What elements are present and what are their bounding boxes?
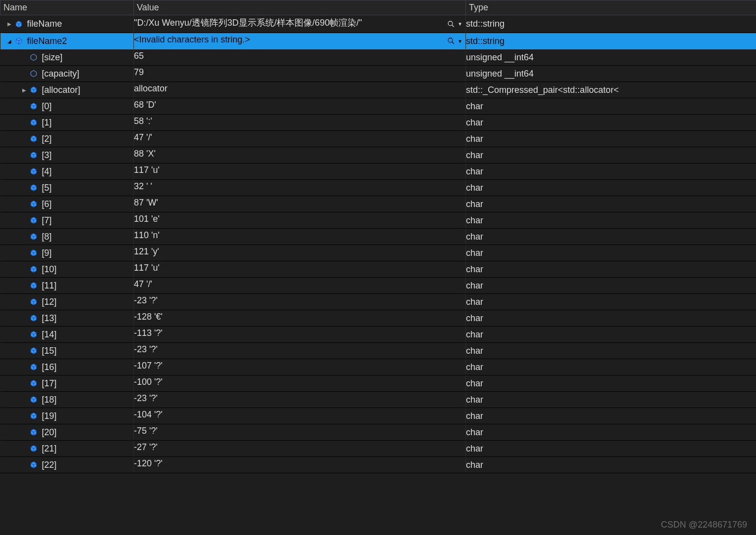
header-name[interactable]: Name [0,0,134,15]
name-cell[interactable]: ▶ [22] [0,457,134,473]
name-cell[interactable]: ▶ [allocator] [0,82,134,98]
value-cell[interactable]: 32 ' ' [134,180,466,196]
table-row[interactable]: ▶ [12]-23 '?'char [0,294,756,310]
name-cell[interactable]: ▶ [4] [0,164,134,180]
value-cell[interactable]: 68 'D' [134,98,466,115]
value-cell[interactable]: 110 'n' [134,229,466,245]
value-cell[interactable]: 65 [134,49,466,66]
table-row[interactable]: ▶ fileName"D:/Xu Wenyu/透镜阵列3D显示系统/样本图像/6… [0,15,756,33]
name-cell[interactable]: ▶ [17] [0,375,134,392]
name-cell[interactable]: ▶ [14] [0,327,134,343]
expand-icon[interactable]: ▶ [5,20,13,28]
table-row[interactable]: ▶ [15]-23 '?'char [0,343,756,359]
value-cell[interactable]: -75 '?' [134,424,466,441]
type-cell: char [466,212,756,229]
name-cell[interactable]: ▶ [13] [0,310,134,327]
name-cell[interactable]: ▶ [3] [0,147,134,164]
table-row[interactable]: ▶ [4]117 'u'char [0,164,756,180]
value-cell[interactable]: 117 'u' [134,261,466,278]
name-cell[interactable]: ▶ [1] [0,115,134,131]
value-cell[interactable]: -128 '€' [134,310,466,327]
table-row[interactable]: ▶ [allocator]allocatorstd::_Compressed_p… [0,82,756,98]
table-row[interactable]: ▶ [11]47 '/'char [0,278,756,294]
value-cell[interactable]: 121 'y' [134,245,466,261]
value-cell[interactable]: -23 '?' [134,343,466,359]
table-row[interactable]: ▶ [7]101 'e'char [0,212,756,229]
value-cell[interactable]: -27 '?' [134,441,466,457]
name-cell[interactable]: ▶ [12] [0,294,134,310]
header-type[interactable]: Type [466,0,756,15]
name-cell[interactable]: ▶ [capacity] [0,66,134,82]
value-cell[interactable]: -23 '?' [134,392,466,408]
table-row[interactable]: ▶ [2]47 '/'char [0,131,756,147]
name-cell[interactable]: ▶ [20] [0,424,134,441]
expand-icon[interactable]: ▶ [20,86,28,94]
value-cell[interactable]: 79 [134,66,466,82]
name-cell[interactable]: ▶ [21] [0,441,134,457]
name-cell[interactable]: ▶ [0] [0,98,134,115]
variable-name: [7] [42,215,52,226]
name-cell[interactable]: ▶ [5] [0,180,134,196]
table-row[interactable]: ▶ [16]-107 '?'char [0,359,756,375]
table-row[interactable]: ▶ [14]-113 '?'char [0,327,756,343]
table-row[interactable]: ▶ [8]110 'n'char [0,229,756,245]
name-cell[interactable]: ▶ [size] [0,49,134,66]
value-cell[interactable]: -100 '?' [134,375,466,392]
table-row[interactable]: ▶ [6]87 'W'char [0,196,756,212]
value-cell[interactable]: 88 'X' [134,147,466,164]
watermark-text: CSDN @2248671769 [661,520,747,530]
value-cell[interactable]: -23 '?' [134,294,466,310]
table-row[interactable]: ▶ [5]32 ' 'char [0,180,756,196]
value-cell[interactable]: allocator [134,82,466,98]
value-cell[interactable]: "D:/Xu Wenyu/透镜阵列3D显示系统/样本图像/690帧渲染/" ▼ [134,15,466,33]
visualizer-icon[interactable] [447,20,456,29]
name-cell[interactable]: ▶ [9] [0,245,134,261]
table-row[interactable]: ▶ [1]58 ':'char [0,115,756,131]
table-row[interactable]: ▶ [size]65unsigned __int64 [0,49,756,66]
table-row[interactable]: ▶ [19]-104 '?'char [0,408,756,424]
value-cell[interactable]: 117 'u' [134,164,466,180]
name-cell[interactable]: ▶ [10] [0,261,134,278]
table-row[interactable]: ▶ [0]68 'D'char [0,98,756,115]
table-row[interactable]: ▶ [17]-100 '?'char [0,375,756,392]
name-cell[interactable]: ▶ [11] [0,278,134,294]
table-row[interactable]: ▶ [3]88 'X'char [0,147,756,164]
value-cell[interactable]: -120 '?' [134,457,466,473]
value-cell[interactable]: -104 '?' [134,408,466,424]
variable-value: 58 ':' [134,116,152,126]
name-cell[interactable]: ▶ [18] [0,392,134,408]
table-row[interactable]: ▶ [22]-120 '?'char [0,457,756,473]
name-cell[interactable]: ▶ [15] [0,343,134,359]
name-cell[interactable]: ◢ fileName2 [0,33,134,49]
visualizer-icon[interactable] [447,37,456,45]
visualizer-dropdown-icon[interactable]: ▼ [458,21,462,27]
value-cell[interactable]: -113 '?' [134,327,466,343]
header-value[interactable]: Value [134,0,466,15]
table-row[interactable]: ▶ [capacity]79unsigned __int64 [0,66,756,82]
name-cell[interactable]: ▶ [19] [0,408,134,424]
table-row[interactable]: ▶ [18]-23 '?'char [0,392,756,408]
table-row[interactable]: ▶ [20]-75 '?'char [0,424,756,441]
value-cell[interactable]: 87 'W' [134,196,466,212]
variable-icon [29,69,38,78]
collapse-icon[interactable]: ◢ [5,37,13,45]
value-cell[interactable]: -107 '?' [134,359,466,375]
value-cell[interactable]: 47 '/' [134,131,466,147]
table-row[interactable]: ◢ fileName2<Invalid characters in string… [0,33,756,49]
visualizer-dropdown-icon[interactable]: ▼ [458,39,462,44]
table-row[interactable]: ▶ [21]-27 '?'char [0,441,756,457]
value-cell[interactable]: 58 ':' [134,115,466,131]
table-row[interactable]: ▶ [13]-128 '€'char [0,310,756,327]
svg-point-2 [448,38,453,42]
name-cell[interactable]: ▶ [16] [0,359,134,375]
name-cell[interactable]: ▶ [6] [0,196,134,212]
table-row[interactable]: ▶ [10]117 'u'char [0,261,756,278]
name-cell[interactable]: ▶ [7] [0,212,134,229]
name-cell[interactable]: ▶ fileName [0,15,134,33]
value-cell[interactable]: 101 'e' [134,212,466,229]
value-cell[interactable]: 47 '/' [134,278,466,294]
name-cell[interactable]: ▶ [2] [0,131,134,147]
table-row[interactable]: ▶ [9]121 'y'char [0,245,756,261]
name-cell[interactable]: ▶ [8] [0,229,134,245]
value-cell[interactable]: <Invalid characters in string.> ▼ [134,33,466,49]
